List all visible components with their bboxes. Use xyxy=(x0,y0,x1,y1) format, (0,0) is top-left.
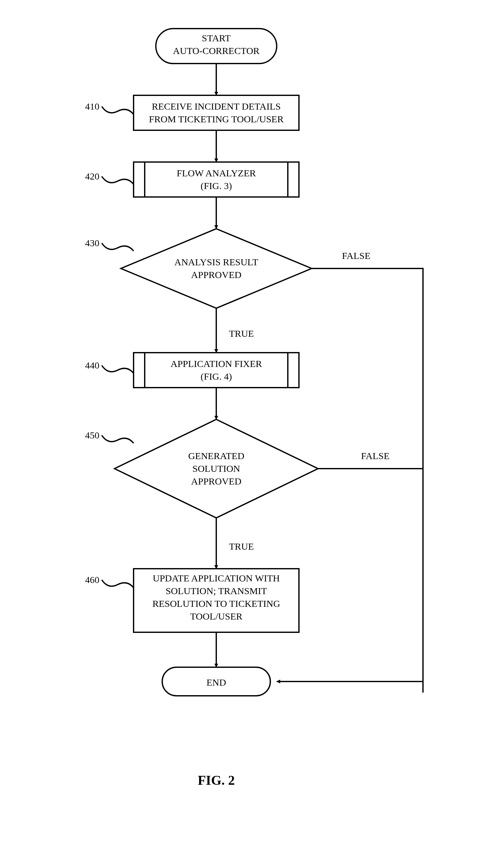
leader-icon xyxy=(102,435,134,443)
leader-icon xyxy=(102,106,134,114)
svg-rect-1 xyxy=(134,95,299,130)
ref-460: 460 xyxy=(85,575,99,585)
leader-icon xyxy=(102,243,134,251)
start-line1: START xyxy=(202,33,231,43)
node-430: ANALYSIS RESULT APPROVED xyxy=(121,229,312,308)
node-420: FLOW ANALYZER (FIG. 3) xyxy=(134,162,299,197)
figure-label: FIG. 2 xyxy=(198,773,235,787)
flowchart: START AUTO-CORRECTOR RECEIVE INCIDENT DE… xyxy=(0,0,485,868)
n450-line3: APPROVED xyxy=(191,476,241,487)
start-line2: AUTO-CORRECTOR xyxy=(173,45,259,56)
ref-430: 430 xyxy=(85,238,99,248)
n410-line1: RECEIVE INCIDENT DETAILS xyxy=(152,101,281,112)
ref-410: 410 xyxy=(85,101,99,112)
n430-line2: APPROVED xyxy=(191,270,241,280)
n430-false: FALSE xyxy=(342,250,370,261)
false-branch-430 xyxy=(312,269,423,693)
n450-false: FALSE xyxy=(361,451,389,461)
leader-icon xyxy=(102,176,134,184)
n420-line1: FLOW ANALYZER xyxy=(177,168,256,178)
n460-line1: UPDATE APPLICATION WITH xyxy=(153,573,280,583)
node-440: APPLICATION FIXER (FIG. 4) xyxy=(134,353,299,388)
n460-line2: SOLUTION; TRANSMIT xyxy=(166,586,267,596)
n440-line1: APPLICATION FIXER xyxy=(170,359,262,369)
n450-true: TRUE xyxy=(229,541,254,552)
n430-true: TRUE xyxy=(229,328,254,339)
start-node: START AUTO-CORRECTOR xyxy=(156,29,277,64)
node-410: RECEIVE INCIDENT DETAILS FROM TICKETING … xyxy=(134,95,299,130)
svg-rect-6 xyxy=(134,353,299,388)
n460-line4: TOOL/USER xyxy=(190,611,242,621)
n440-line2: (FIG. 4) xyxy=(201,371,232,382)
n450-line2: SOLUTION xyxy=(192,463,240,474)
node-460: UPDATE APPLICATION WITH SOLUTION; TRANSM… xyxy=(134,569,299,632)
end-node: END xyxy=(162,667,270,696)
svg-rect-2 xyxy=(134,162,299,197)
node-450: GENERATED SOLUTION APPROVED xyxy=(114,420,318,518)
n410-line2: FROM TICKETING TOOL/USER xyxy=(149,114,283,124)
ref-420: 420 xyxy=(85,171,99,181)
leader-icon xyxy=(102,365,134,373)
leader-icon xyxy=(102,580,134,588)
n450-line1: GENERATED xyxy=(188,451,245,461)
n420-line2: (FIG. 3) xyxy=(201,181,232,191)
svg-marker-5 xyxy=(121,229,312,308)
ref-440: 440 xyxy=(85,360,99,370)
n460-line3: RESOLUTION TO TICKETING xyxy=(152,598,280,609)
end-label: END xyxy=(206,677,226,687)
ref-450: 450 xyxy=(85,430,99,440)
n430-line1: ANALYSIS RESULT xyxy=(174,257,258,267)
